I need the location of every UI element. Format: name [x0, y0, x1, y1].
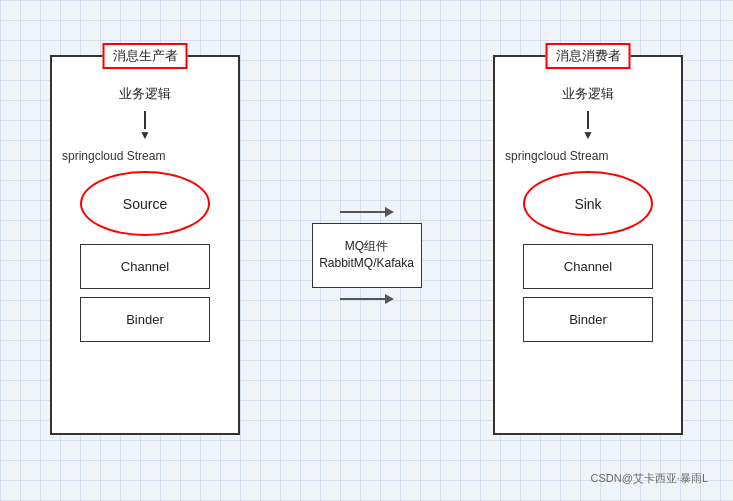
producer-stream-label: springcloud Stream [52, 149, 165, 163]
producer-binder-label: Binder [126, 312, 164, 327]
source-oval: Source [80, 171, 210, 236]
arrow-line-2 [340, 298, 385, 300]
consumer-arrow-down [582, 111, 594, 141]
arrow-line-1 [340, 211, 385, 213]
arrow-to-mq-1 [340, 207, 394, 217]
consumer-biz-logic: 业务逻辑 [562, 85, 614, 103]
consumer-channel-label: Channel [564, 259, 612, 274]
producer-arrow-down [139, 111, 151, 141]
producer-biz-logic: 业务逻辑 [119, 85, 171, 103]
consumer-binder-label: Binder [569, 312, 607, 327]
mq-box: MQ组件 RabbitMQ/Kafaka [312, 223, 422, 288]
mq-line2: RabbitMQ/Kafaka [319, 255, 414, 272]
producer-box: 消息生产者 业务逻辑 springcloud Stream Source Cha… [50, 55, 240, 435]
source-label: Source [123, 196, 167, 212]
arrow-from-mq [340, 294, 394, 304]
connector-area: MQ组件 RabbitMQ/Kafaka [312, 187, 422, 304]
sink-oval: Sink [523, 171, 653, 236]
consumer-box: 消息消费者 业务逻辑 springcloud Stream Sink Chann… [493, 55, 683, 435]
arrow-head-2 [385, 294, 394, 304]
consumer-channel-box: Channel [523, 244, 653, 289]
producer-channel-box: Channel [80, 244, 210, 289]
sink-label: Sink [574, 196, 601, 212]
watermark: CSDN@艾卡西亚·暴雨L [590, 471, 708, 486]
consumer-stream-label: springcloud Stream [495, 149, 608, 163]
mq-line1: MQ组件 [345, 238, 388, 255]
producer-channel-label: Channel [121, 259, 169, 274]
consumer-binder-box: Binder [523, 297, 653, 342]
diagram-container: 消息生产者 业务逻辑 springcloud Stream Source Cha… [20, 20, 713, 470]
consumer-title: 消息消费者 [546, 43, 631, 69]
producer-title: 消息生产者 [103, 43, 188, 69]
arrow-head-1 [385, 207, 394, 217]
producer-binder-box: Binder [80, 297, 210, 342]
